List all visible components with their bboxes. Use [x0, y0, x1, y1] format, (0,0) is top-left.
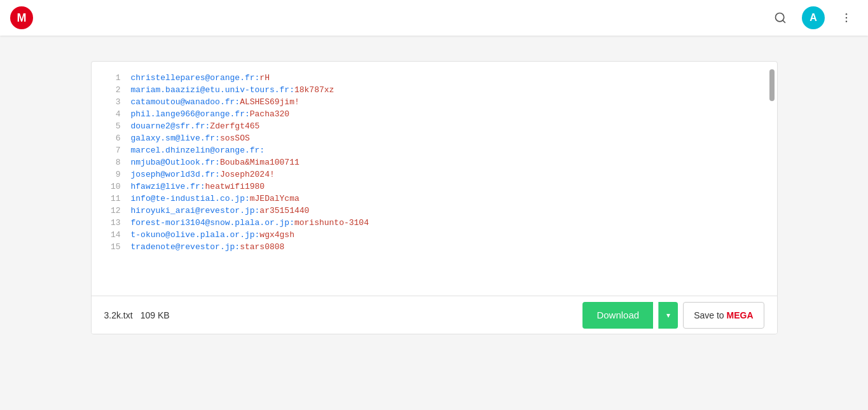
- line-text: marcel.dhinzelin@orange.fr:: [131, 146, 265, 155]
- email-part: hfawzi@live.fr:: [131, 182, 205, 191]
- line-text: tradenote@revestor.jp:stars0808: [131, 242, 285, 252]
- save-to-mega-button[interactable]: Save to MEGA: [683, 302, 764, 329]
- password-part: Bouba&Mima100711: [220, 158, 300, 167]
- email-part: phil.lange966@orange.fr:: [131, 109, 250, 119]
- file-content[interactable]: 1christellepares@orange.fr:rH2mariam.baa…: [92, 62, 777, 263]
- table-row: 15tradenote@revestor.jp:stars0808: [92, 241, 777, 253]
- line-number: 15: [102, 242, 121, 252]
- line-number: 6: [102, 133, 121, 143]
- password-part: sosSOS: [220, 133, 250, 143]
- line-number: 12: [102, 206, 121, 215]
- email-part: t-okuno@olive.plala.or.jp:: [131, 230, 260, 240]
- more-icon: [840, 11, 853, 24]
- password-part: mJEDalYcma: [250, 194, 300, 203]
- file-footer: 3.2k.txt 109 KB Download ▾ Save to MEGA: [92, 296, 777, 334]
- line-text: phil.lange966@orange.fr:Pacha320: [131, 109, 290, 119]
- line-text: nmjuba@Outlook.fr:Bouba&Mima100711: [131, 158, 300, 167]
- line-text: christellepares@orange.fr:rH: [131, 73, 270, 83]
- download-button[interactable]: Download: [582, 302, 653, 329]
- line-number: 1: [102, 73, 121, 83]
- more-options-button[interactable]: [835, 6, 858, 29]
- password-part: Joseph2024!: [220, 170, 275, 179]
- email-part: hiroyuki_arai@revestor.jp:: [131, 206, 260, 215]
- table-row: 1christellepares@orange.fr:rH: [92, 72, 777, 84]
- file-name: 3.2k.txt: [104, 310, 133, 320]
- navbar-right: A: [769, 6, 858, 29]
- line-number: 4: [102, 109, 121, 119]
- navbar: M A: [0, 0, 868, 36]
- line-text: catamoutou@wanadoo.fr:ALSHES69jim!: [131, 97, 300, 107]
- table-row: 9joseph@world3d.fr:Joseph2024!: [92, 168, 777, 181]
- password-part: heatwifi1980: [205, 182, 265, 191]
- line-text: douarne2@sfr.fr:Zderfgt465: [131, 121, 260, 131]
- line-text: t-okuno@olive.plala.or.jp:wgx4gsh: [131, 230, 294, 240]
- svg-point-3: [846, 17, 848, 19]
- line-number: 5: [102, 121, 121, 131]
- line-number: 7: [102, 146, 121, 155]
- main-content: 1christellepares@orange.fr:rH2mariam.baa…: [0, 36, 868, 360]
- line-text: joseph@world3d.fr:Joseph2024!: [131, 170, 275, 179]
- search-icon: [774, 11, 787, 24]
- file-actions: Download ▾ Save to MEGA: [582, 302, 764, 329]
- table-row: 11info@te-industial.co.jp:mJEDalYcma: [92, 193, 777, 205]
- table-row: 4phil.lange966@orange.fr:Pacha320: [92, 108, 777, 120]
- email-part: tradenote@revestor.jp:: [131, 242, 240, 252]
- line-number: 8: [102, 158, 121, 167]
- line-number: 10: [102, 182, 121, 191]
- line-text: info@te-industial.co.jp:mJEDalYcma: [131, 194, 300, 203]
- line-number: 11: [102, 194, 121, 203]
- line-number: 3: [102, 97, 121, 107]
- mega-logo[interactable]: M: [10, 6, 33, 29]
- line-text: forest-mori3104@snow.plala.or.jp:morishu…: [131, 218, 369, 228]
- table-row: 10hfawzi@live.fr:heatwifi1980: [92, 181, 777, 193]
- line-text: galaxy.sm@live.fr:sosSOS: [131, 133, 250, 143]
- table-row: 8nmjuba@Outlook.fr:Bouba&Mima100711: [92, 156, 777, 168]
- table-row: 6galaxy.sm@live.fr:sosSOS: [92, 132, 777, 144]
- password-part: stars0808: [240, 242, 284, 252]
- line-number: 9: [102, 170, 121, 179]
- email-part: joseph@world3d.fr:: [131, 170, 220, 179]
- password-part: rH: [259, 73, 270, 83]
- table-row: 5douarne2@sfr.fr:Zderfgt465: [92, 120, 777, 132]
- table-row: 12hiroyuki_arai@revestor.jp:ar35151440: [92, 205, 777, 217]
- file-viewer: 1christellepares@orange.fr:rH2mariam.baa…: [91, 61, 778, 334]
- table-row: 3catamoutou@wanadoo.fr:ALSHES69jim!: [92, 96, 777, 108]
- file-info: 3.2k.txt 109 KB: [104, 310, 170, 320]
- save-label: Save to: [694, 310, 724, 320]
- password-part: wgx4gsh: [259, 230, 294, 240]
- svg-point-4: [846, 21, 848, 23]
- email-part: nmjuba@Outlook.fr:: [131, 158, 220, 167]
- navbar-left: M: [10, 6, 33, 29]
- line-text: hfawzi@live.fr:heatwifi1980: [131, 182, 265, 191]
- email-part: douarne2@sfr.fr:: [131, 121, 210, 131]
- email-part: forest-mori3104@snow.plala.or.jp:: [131, 218, 294, 228]
- password-part: Pacha320: [250, 109, 289, 119]
- avatar-button[interactable]: A: [802, 6, 825, 29]
- password-part: Zderfgt465: [210, 121, 259, 131]
- table-row: 7marcel.dhinzelin@orange.fr:: [92, 144, 777, 156]
- download-dropdown-button[interactable]: ▾: [658, 302, 678, 329]
- chevron-down-icon: ▾: [666, 311, 670, 320]
- password-part: 18k787xz: [294, 85, 334, 95]
- email-part: marcel.dhinzelin@orange.fr:: [131, 146, 265, 155]
- svg-point-2: [846, 13, 848, 15]
- table-row: 2mariam.baazizi@etu.univ-tours.fr:18k787…: [92, 84, 777, 96]
- password-part: ar35151440: [259, 206, 309, 215]
- search-button[interactable]: [769, 6, 792, 29]
- email-part: catamoutou@wanadoo.fr:: [131, 97, 240, 107]
- line-text: hiroyuki_arai@revestor.jp:ar35151440: [131, 206, 310, 215]
- line-text: mariam.baazizi@etu.univ-tours.fr:18k787x…: [131, 85, 334, 95]
- line-number: 13: [102, 218, 121, 228]
- email-part: mariam.baazizi@etu.univ-tours.fr:: [131, 85, 294, 95]
- email-part: info@te-industial.co.jp:: [131, 194, 250, 203]
- email-part: galaxy.sm@live.fr:: [131, 133, 220, 143]
- file-size: 109 KB: [141, 310, 170, 320]
- email-part: christellepares@orange.fr:: [131, 73, 260, 83]
- line-number: 14: [102, 230, 121, 240]
- password-part: morishunto-3104: [294, 218, 369, 228]
- save-brand: MEGA: [727, 310, 754, 320]
- scrollbar-thumb[interactable]: [769, 69, 775, 101]
- password-part: ALSHES69jim!: [240, 97, 300, 107]
- table-row: 14t-okuno@olive.plala.or.jp:wgx4gsh: [92, 229, 777, 241]
- svg-line-1: [783, 20, 785, 23]
